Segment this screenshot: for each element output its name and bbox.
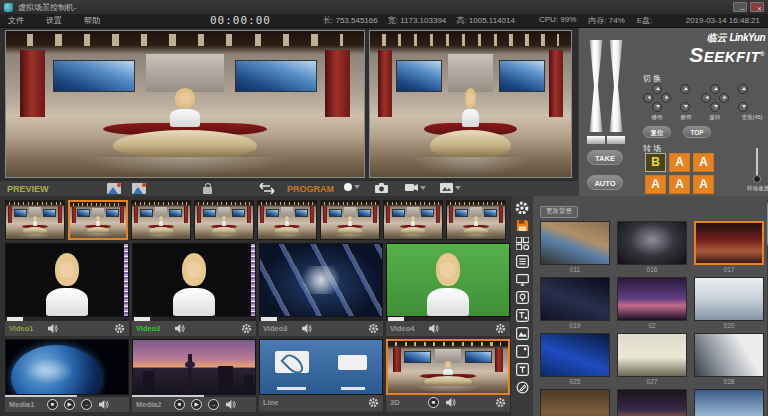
scene-028[interactable]: 028 xyxy=(694,333,764,386)
image-layer-icon[interactable] xyxy=(514,326,530,341)
rotate-down-button[interactable] xyxy=(710,102,720,112)
scene-02[interactable]: 02 xyxy=(617,277,687,330)
zoom-out-button[interactable] xyxy=(738,102,748,112)
save-icon[interactable] xyxy=(514,218,530,233)
shot-thumbnail-4[interactable] xyxy=(194,200,254,240)
gear-icon[interactable] xyxy=(241,323,252,334)
play-button[interactable]: ▶ xyxy=(64,399,75,410)
swap-icon[interactable] xyxy=(256,183,278,194)
line-thumbnail[interactable] xyxy=(259,339,383,395)
scene-011[interactable]: 011 xyxy=(540,221,610,274)
speaker-icon[interactable] xyxy=(174,324,185,333)
take-button[interactable]: TAKE xyxy=(587,150,623,165)
scene-016[interactable]: 016 xyxy=(617,221,687,274)
scene-extra-3[interactable] xyxy=(694,389,764,416)
shot-thumbnail-6[interactable] xyxy=(320,200,380,240)
video3-thumbnail[interactable] xyxy=(259,243,383,317)
transition-cell-a1[interactable]: A xyxy=(669,153,690,172)
menu-help[interactable]: 帮助 xyxy=(84,15,100,26)
top-button[interactable]: TOP xyxy=(683,126,711,138)
transition-cell-a4[interactable]: A xyxy=(669,175,690,194)
scene3d-thumbnail-selected[interactable] xyxy=(386,339,510,395)
snapshot-image-icon[interactable] xyxy=(107,183,121,194)
video2-volume-slider[interactable] xyxy=(132,317,256,321)
video4-volume-slider[interactable] xyxy=(386,317,510,321)
gear-icon[interactable] xyxy=(495,323,506,334)
video1-volume-slider[interactable] xyxy=(5,317,129,321)
image-export-button[interactable] xyxy=(440,183,461,193)
transition-cell-a5[interactable]: A xyxy=(693,175,714,194)
next-button[interactable]: → xyxy=(81,399,92,410)
transition-speed-slider[interactable]: 转场速度 xyxy=(747,148,767,192)
video1-thumbnail[interactable] xyxy=(5,243,129,317)
scene-020[interactable]: 020 xyxy=(694,277,764,330)
shot-thumbnail-3[interactable] xyxy=(131,200,191,240)
media2-progress[interactable] xyxy=(132,395,256,397)
speaker-icon[interactable] xyxy=(98,400,109,409)
lock-icon[interactable] xyxy=(203,183,212,194)
speaker-icon[interactable] xyxy=(445,398,456,407)
menu-settings[interactable]: 设置 xyxy=(46,15,62,26)
video2-thumbnail[interactable] xyxy=(132,243,256,317)
move-right-button[interactable] xyxy=(661,93,671,103)
shot-thumbnail-7[interactable] xyxy=(383,200,443,240)
play-button[interactable]: ▶ xyxy=(191,399,202,410)
record-button[interactable] xyxy=(344,183,360,191)
media1-thumbnail[interactable] xyxy=(5,339,129,395)
rotate-up-button[interactable] xyxy=(710,84,720,94)
shot-thumbnail-2-selected[interactable] xyxy=(68,200,128,240)
slider-knob[interactable] xyxy=(753,175,761,183)
monitor-icon[interactable] xyxy=(514,272,530,287)
layout-grid-icon[interactable] xyxy=(514,236,530,251)
subtitle-icon[interactable] xyxy=(514,308,530,323)
minimize-button[interactable]: – xyxy=(733,2,747,12)
scene-extra-2[interactable] xyxy=(617,389,687,416)
transition-cell-a3[interactable]: A xyxy=(645,175,666,194)
t-bar-fader[interactable] xyxy=(588,40,626,144)
stamp-pen-icon[interactable] xyxy=(514,380,530,395)
move-left-button[interactable] xyxy=(643,93,653,103)
camera-snapshot-button[interactable] xyxy=(375,183,388,193)
gear-icon[interactable] xyxy=(368,397,379,408)
bulb-icon[interactable] xyxy=(514,290,530,305)
change-background-button[interactable]: 更改背景 xyxy=(540,206,578,218)
pitch-down-button[interactable] xyxy=(680,102,690,112)
video-capture-button[interactable] xyxy=(405,183,426,192)
overlay-image-icon[interactable] xyxy=(132,183,146,194)
media2-thumbnail[interactable] xyxy=(132,339,256,395)
settings-gear-icon[interactable] xyxy=(514,200,530,215)
gear-icon[interactable] xyxy=(114,323,125,334)
transition-cell-a2[interactable]: A xyxy=(693,153,714,172)
scene-019[interactable]: 019 xyxy=(540,277,610,330)
pitch-up-button[interactable] xyxy=(680,84,690,94)
menu-file[interactable]: 文件 xyxy=(8,15,24,26)
video4-thumbnail[interactable] xyxy=(386,243,510,317)
transition-cell-b[interactable]: B xyxy=(645,153,666,172)
stop-button[interactable]: ■ xyxy=(174,399,185,410)
shot-thumbnail-8[interactable] xyxy=(446,200,506,240)
shot-thumbnail-1[interactable] xyxy=(5,200,65,240)
stop-button[interactable]: ■ xyxy=(47,399,58,410)
playlist-icon[interactable] xyxy=(514,254,530,269)
video3-volume-slider[interactable] xyxy=(259,317,383,321)
speaker-icon[interactable] xyxy=(47,324,58,333)
stop-button[interactable]: ■ xyxy=(428,397,439,408)
gear-icon[interactable] xyxy=(495,397,506,408)
scene-025[interactable]: 025 xyxy=(540,333,610,386)
region-icon[interactable] xyxy=(514,344,530,359)
speaker-icon[interactable] xyxy=(225,400,236,409)
text-icon[interactable] xyxy=(514,362,530,377)
next-button[interactable]: → xyxy=(208,399,219,410)
speaker-icon[interactable] xyxy=(428,324,439,333)
auto-button[interactable]: AUTO xyxy=(587,175,623,190)
close-button[interactable]: × xyxy=(750,2,764,12)
shot-thumbnail-5[interactable] xyxy=(257,200,317,240)
rotate-left-button[interactable] xyxy=(701,93,711,103)
media1-progress[interactable] xyxy=(5,395,129,397)
gear-icon[interactable] xyxy=(368,323,379,334)
move-down-button[interactable] xyxy=(652,102,662,112)
zoom-in-button[interactable] xyxy=(738,84,748,94)
rotate-right-button[interactable] xyxy=(719,93,729,103)
scene-027[interactable]: 027 xyxy=(617,333,687,386)
scene-017-selected[interactable]: 017 xyxy=(694,221,764,274)
